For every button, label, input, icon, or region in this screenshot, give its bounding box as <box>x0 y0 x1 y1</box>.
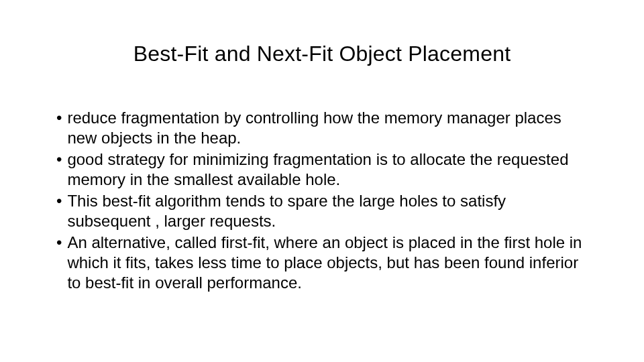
bullet-marker: • <box>56 108 62 128</box>
slide-container: Best-Fit and Next-Fit Object Placement •… <box>0 0 644 362</box>
slide-title: Best-Fit and Next-Fit Object Placement <box>54 42 590 66</box>
bullet-item: • reduce fragmentation by controlling ho… <box>56 108 590 148</box>
bullet-item: • This best-fit algorithm tends to spare… <box>56 191 590 231</box>
bullet-text: An alternative, called first-fit, where … <box>67 233 590 293</box>
bullet-marker: • <box>56 233 62 253</box>
bullet-text: reduce fragmentation by controlling how … <box>67 108 590 148</box>
bullet-item: • An alternative, called first-fit, wher… <box>56 233 590 293</box>
bullet-marker: • <box>56 149 62 170</box>
bullet-marker: • <box>56 191 62 211</box>
bullet-text: This best-fit algorithm tends to spare t… <box>67 191 590 231</box>
slide-content: • reduce fragmentation by controlling ho… <box>54 108 590 293</box>
bullet-text: good strategy for minimizing fragmentati… <box>67 149 590 190</box>
bullet-item: • good strategy for minimizing fragmenta… <box>56 149 590 190</box>
